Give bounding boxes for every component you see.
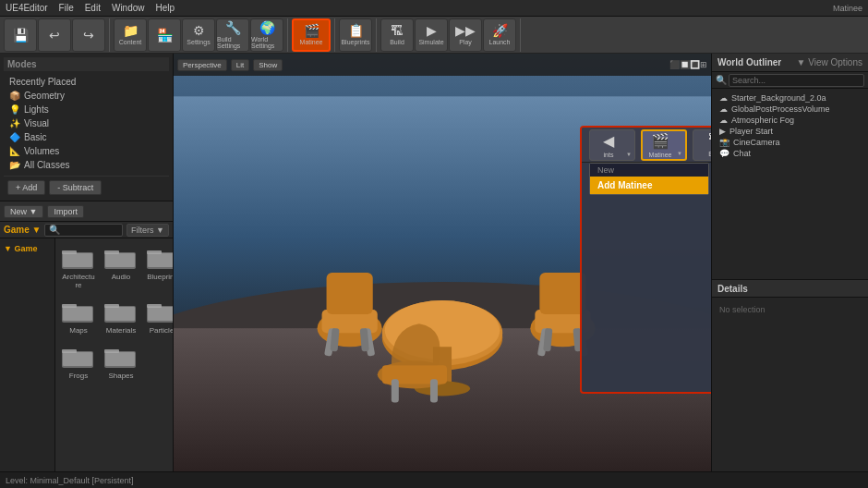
viewport: Perspective Lit Show ⬛🔲🔳⊞ (174, 54, 711, 488)
folder-architecture-icon (62, 245, 95, 271)
popup-build-button[interactable]: 🏗 Build (693, 129, 711, 161)
play-label: Play (459, 39, 472, 45)
outliner-item-3[interactable]: ▶ Player Start (716, 126, 864, 137)
redo-button[interactable]: ↪ (72, 18, 105, 52)
world-settings-button[interactable]: 🌍 World Settings (250, 18, 283, 52)
title-bar: UE4Editor File Edit Window Help Matinee (0, 0, 868, 17)
lit-button[interactable]: Lit (231, 59, 249, 71)
world-settings-icon: 🌍 (259, 21, 275, 34)
volumes-item[interactable]: 📐 Volumes (4, 144, 169, 158)
add-button[interactable]: + Add (7, 180, 45, 195)
perspective-button[interactable]: Perspective (177, 59, 227, 71)
menu-window[interactable]: Window (112, 3, 145, 13)
marketplace-icon: 🏪 (157, 29, 173, 42)
popup-matinee-button[interactable]: 🎬 Matinee (641, 129, 687, 161)
folder-audio[interactable]: Audio (102, 242, 140, 292)
search-icon: 🔍 (49, 225, 60, 235)
build-settings-button[interactable]: 🔧 Build Settings (216, 18, 249, 52)
details-title: Details (717, 284, 748, 294)
recently-placed-label: Recently Placed (9, 77, 76, 87)
basic-label: Basic (24, 132, 46, 142)
geometry-item[interactable]: 📦 Geometry (4, 89, 169, 103)
popup-matinee-icon: 🎬 (651, 132, 669, 150)
settings-button[interactable]: ⚙ Settings (182, 18, 215, 52)
import-button[interactable]: Import (47, 205, 84, 218)
build-button[interactable]: 🏗 Build (380, 18, 414, 52)
cb-tree: ▼ Game (0, 238, 55, 471)
details-empty: No selection (716, 301, 864, 318)
outliner-search-icon: 🔍 (716, 75, 727, 85)
popup-toolbar: ◀ ints 🎬 Matinee 🏗 Build ▶ Simulate ▶▶ (582, 128, 711, 163)
allclasses-label: All Classes (24, 160, 69, 170)
matinee-button[interactable]: 🎬 Matinee (292, 18, 331, 52)
menu-file[interactable]: File (59, 3, 74, 13)
points-icon: ◀ (603, 132, 614, 150)
matinee-icon: 🎬 (304, 24, 319, 37)
outliner-item-2[interactable]: ☁ Atmospheric Fog (716, 115, 864, 126)
allclasses-item[interactable]: 📂 All Classes (4, 158, 169, 172)
outliner-icon-5: 💬 (719, 149, 729, 158)
folder-shapes[interactable]: Shapes (102, 341, 140, 383)
settings-icon: ⚙ (193, 24, 205, 37)
build-settings-label: Build Settings (217, 36, 248, 49)
basic-item[interactable]: 🔷 Basic (4, 130, 169, 144)
toolbar-group-play: 🏗 Build ▶ Simulate ▶▶ Play 🚀 Launch (380, 18, 521, 52)
world-outliner-options[interactable]: ▼ View Options (797, 57, 862, 67)
filters-button[interactable]: Filters ▼ (127, 224, 169, 237)
blueprints-icon: 📋 (348, 24, 364, 37)
game-folder[interactable]: Game ▼ (4, 225, 41, 235)
launch-button[interactable]: 🚀 Launch (483, 18, 516, 52)
outliner-item-1[interactable]: ☁ GlobalPostProcessVolume (716, 104, 864, 115)
marketplace-button[interactable]: 🏪 (148, 18, 181, 52)
status-left: Level: Minimal_Default [Persistent] (6, 476, 134, 485)
placement-item[interactable]: Recently Placed (4, 75, 169, 89)
dropdown-section: New (590, 164, 708, 177)
add-matinee-button[interactable]: Add Matinee (590, 177, 708, 194)
folder-architecture-label: Architecture (62, 273, 95, 289)
outliner-item-5[interactable]: 💬 Chat (716, 148, 864, 159)
outliner-item-4[interactable]: 📸 CineCamera (716, 137, 864, 148)
lights-item[interactable]: 💡 Lights (4, 103, 169, 116)
modes-title: Modes (4, 57, 169, 71)
outliner-icon-0: ☁ (719, 93, 728, 103)
launch-label: Launch (489, 39, 511, 45)
toolbar-group-matinee: 🎬 Matinee (292, 18, 335, 52)
toolbar-group-tools: 📁 Content 🏪 ⚙ Settings 🔧 Build Settings … (114, 18, 288, 52)
content-browser: New ▼ Import Game ▼ 🔍 Filters ▼ ▼ Game (0, 201, 173, 488)
folder-maps[interactable]: Maps (59, 296, 98, 337)
modes-panel: Modes Recently Placed 📦 Geometry 💡 Light… (0, 54, 173, 201)
outliner-search-input[interactable] (729, 74, 864, 87)
blueprints-button[interactable]: 📋 Blueprints (339, 18, 372, 52)
volumes-label: Volumes (24, 146, 59, 156)
folder-particles[interactable]: Particles (144, 296, 173, 337)
undo-button[interactable]: ↩ (38, 18, 71, 52)
menu-edit[interactable]: Edit (85, 3, 101, 13)
folder-blueprints[interactable]: Blueprints (144, 242, 173, 292)
folder-shapes-label: Shapes (108, 372, 133, 380)
menu-help[interactable]: Help (156, 3, 175, 13)
folder-architecture[interactable]: Architecture (59, 242, 98, 292)
popup-points-button[interactable]: ◀ ints (589, 129, 635, 161)
content-button[interactable]: 📁 Content (114, 18, 147, 52)
save-button[interactable]: 💾 (4, 18, 37, 52)
subtract-button[interactable]: - Subtract (49, 180, 102, 195)
show-button[interactable]: Show (253, 59, 283, 71)
new-button[interactable]: New ▼ (4, 205, 43, 218)
game-tree-item[interactable]: ▼ Game (2, 242, 53, 255)
settings-label: Settings (187, 39, 210, 45)
content-icon: 📁 (123, 24, 139, 37)
folder-audio-icon (104, 245, 138, 271)
svg-rect-23 (105, 352, 135, 366)
save-icon: 💾 (13, 29, 29, 42)
svg-rect-34 (327, 273, 373, 314)
allclasses-icon: 📂 (9, 160, 20, 170)
simulate-button[interactable]: ▶ Simulate (415, 18, 448, 52)
popup-build-icon: 🏗 (708, 132, 711, 149)
play-button[interactable]: ▶▶ Play (449, 18, 482, 52)
outliner-item-0[interactable]: ☁ Starter_Background_2.0a (716, 92, 864, 104)
folder-materials[interactable]: Materials (102, 296, 140, 337)
folder-frogs[interactable]: Frogs (59, 341, 98, 383)
undo-icon: ↩ (49, 29, 60, 42)
visual-item[interactable]: ✨ Visual (4, 116, 169, 130)
build-label: Build (390, 39, 404, 45)
